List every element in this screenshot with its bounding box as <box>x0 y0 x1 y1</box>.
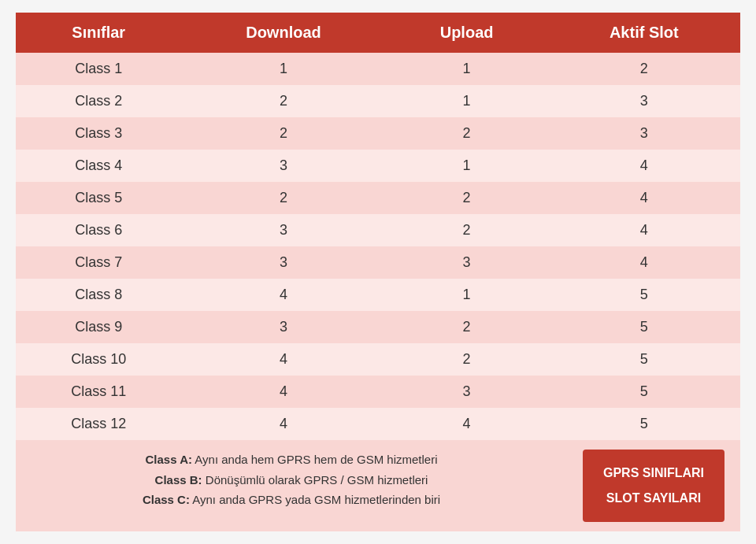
cell-upload: 2 <box>386 343 548 376</box>
cell-upload: 2 <box>386 182 548 214</box>
cell-class: Class 4 <box>16 150 181 182</box>
cell-aktif: 4 <box>548 214 740 246</box>
table-row: Class 8415 <box>16 279 740 311</box>
class-c-text: Aynı anda GPRS yada GSM hizmetlerinden b… <box>190 493 440 506</box>
cell-upload: 3 <box>386 246 548 279</box>
cell-upload: 1 <box>386 85 548 117</box>
footer-descriptions: Class A: Aynı anda hem GPRS hem de GSM h… <box>32 450 551 510</box>
cell-download: 3 <box>181 150 385 182</box>
class-b-label: Class B: <box>155 473 202 487</box>
cell-download: 2 <box>181 85 385 117</box>
cell-download: 3 <box>181 214 385 246</box>
cell-upload: 2 <box>386 214 548 246</box>
cell-upload: 3 <box>386 376 548 408</box>
cell-download: 3 <box>181 246 385 279</box>
table-body: Class 1112Class 2213Class 3223Class 4314… <box>16 53 740 440</box>
cell-aktif: 3 <box>548 117 740 150</box>
class-b-description: Class B: Dönüşümlü olarak GPRS / GSM hiz… <box>32 470 551 490</box>
col-header-download: Download <box>181 13 385 53</box>
cell-class: Class 1 <box>16 53 181 85</box>
cell-download: 1 <box>181 53 385 85</box>
cell-class: Class 10 <box>16 343 181 376</box>
cell-download: 4 <box>181 279 385 311</box>
gprs-badge: GPRS SINIFLARI SLOT SAYILARI <box>583 450 724 522</box>
cell-class: Class 7 <box>16 246 181 279</box>
cell-aktif: 4 <box>548 246 740 279</box>
table-row: Class 1112 <box>16 53 740 85</box>
header-row: Sınıflar Download Upload Aktif Slot <box>16 13 740 53</box>
cell-download: 2 <box>181 117 385 150</box>
class-a-description: Class A: Aynı anda hem GPRS hem de GSM h… <box>32 450 551 470</box>
gprs-table: Sınıflar Download Upload Aktif Slot Clas… <box>16 13 740 440</box>
footer-row: Class A: Aynı anda hem GPRS hem de GSM h… <box>16 440 740 531</box>
cell-aktif: 5 <box>548 376 740 408</box>
col-header-aktif: Aktif Slot <box>548 13 740 53</box>
cell-class: Class 3 <box>16 117 181 150</box>
cell-download: 3 <box>181 311 385 343</box>
cell-aktif: 4 <box>548 150 740 182</box>
gprs-line1: GPRS SINIFLARI <box>591 461 717 486</box>
class-a-text: Aynı anda hem GPRS hem de GSM hizmetleri <box>192 453 438 466</box>
cell-upload: 1 <box>386 279 548 311</box>
cell-aktif: 2 <box>548 53 740 85</box>
col-header-upload: Upload <box>386 13 548 53</box>
cell-aktif: 3 <box>548 85 740 117</box>
class-b-text: Dönüşümlü olarak GPRS / GSM hizmetleri <box>202 473 428 487</box>
cell-class: Class 6 <box>16 214 181 246</box>
table-row: Class 7334 <box>16 246 740 279</box>
table-row: Class 5224 <box>16 182 740 214</box>
col-header-siniflar: Sınıflar <box>16 13 181 53</box>
table-row: Class 12445 <box>16 408 740 440</box>
cell-class: Class 9 <box>16 311 181 343</box>
cell-download: 4 <box>181 408 385 440</box>
cell-aktif: 5 <box>548 408 740 440</box>
cell-class: Class 11 <box>16 376 181 408</box>
cell-upload: 1 <box>386 53 548 85</box>
cell-aktif: 5 <box>548 279 740 311</box>
cell-class: Class 2 <box>16 85 181 117</box>
cell-upload: 1 <box>386 150 548 182</box>
footer-table: Class A: Aynı anda hem GPRS hem de GSM h… <box>16 440 740 531</box>
cell-class: Class 12 <box>16 408 181 440</box>
table-row: Class 2213 <box>16 85 740 117</box>
table-row: Class 11435 <box>16 376 740 408</box>
cell-aktif: 5 <box>548 343 740 376</box>
main-container: Sınıflar Download Upload Aktif Slot Clas… <box>16 13 740 531</box>
gprs-badge-cell: GPRS SINIFLARI SLOT SAYILARI <box>567 440 740 531</box>
cell-upload: 2 <box>386 311 548 343</box>
cell-class: Class 8 <box>16 279 181 311</box>
cell-download: 4 <box>181 376 385 408</box>
cell-class: Class 5 <box>16 182 181 214</box>
cell-download: 2 <box>181 182 385 214</box>
table-row: Class 10425 <box>16 343 740 376</box>
table-row: Class 6324 <box>16 214 740 246</box>
class-a-label: Class A: <box>146 453 192 466</box>
table-row: Class 9325 <box>16 311 740 343</box>
cell-download: 4 <box>181 343 385 376</box>
table-row: Class 4314 <box>16 150 740 182</box>
cell-upload: 4 <box>386 408 548 440</box>
table-row: Class 3223 <box>16 117 740 150</box>
cell-upload: 2 <box>386 117 548 150</box>
class-c-description: Class C: Aynı anda GPRS yada GSM hizmetl… <box>32 490 551 510</box>
cell-aktif: 4 <box>548 182 740 214</box>
class-c-label: Class C: <box>143 493 190 506</box>
footer-text-cell: Class A: Aynı anda hem GPRS hem de GSM h… <box>16 440 567 531</box>
cell-aktif: 5 <box>548 311 740 343</box>
gprs-line2: SLOT SAYILARI <box>591 486 717 511</box>
